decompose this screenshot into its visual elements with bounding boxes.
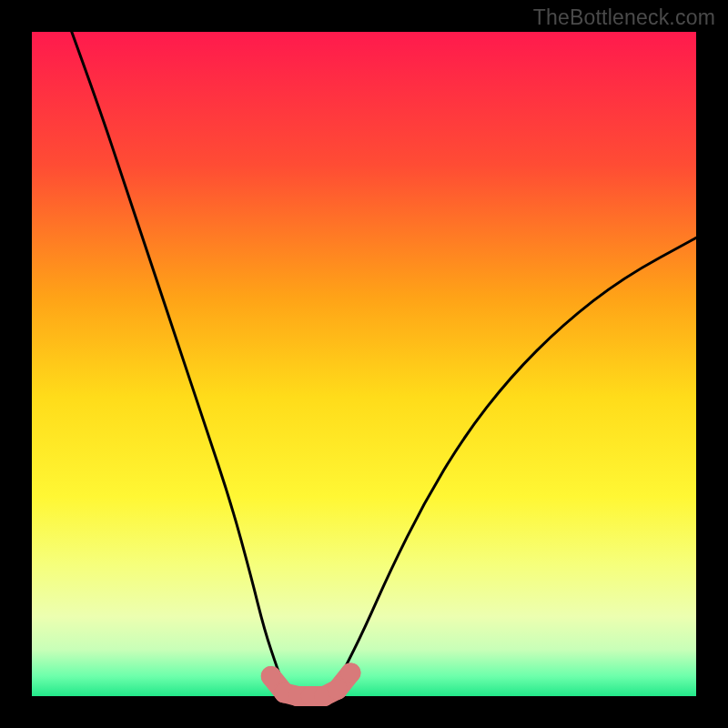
chart-frame: TheBottleneck.com	[0, 0, 728, 728]
valley-dot	[261, 666, 281, 686]
valley-dot	[328, 680, 348, 700]
bottleneck-chart	[0, 0, 728, 728]
plot-background	[32, 32, 696, 696]
valley-dot	[340, 662, 360, 682]
